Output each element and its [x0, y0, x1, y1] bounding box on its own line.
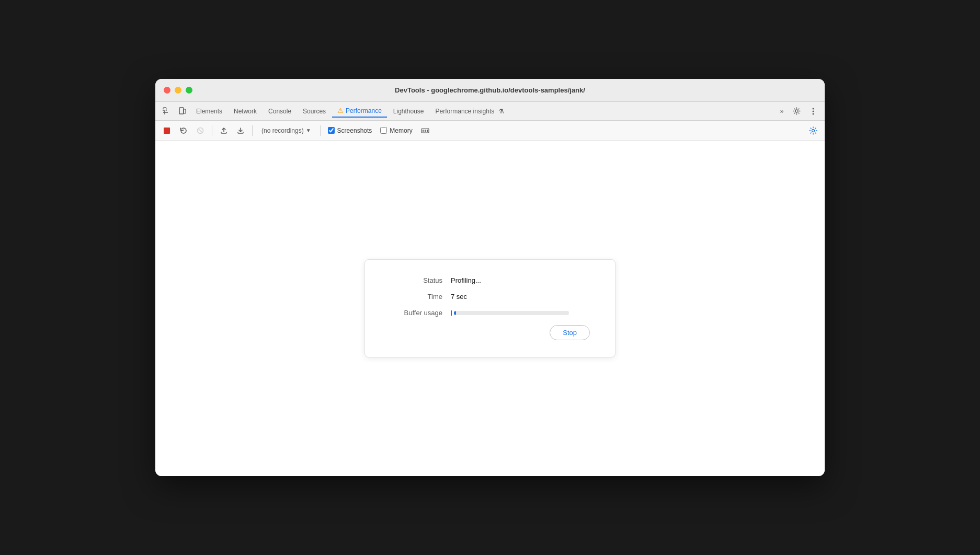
stop-button[interactable]: Stop [550, 325, 590, 340]
buffer-label: Buffer usage [390, 309, 442, 317]
svg-rect-3 [179, 108, 184, 114]
memory-checkbox-label[interactable]: Memory [377, 127, 415, 134]
recordings-dropdown[interactable]: (no recordings) ▼ [257, 125, 316, 136]
time-label: Time [390, 293, 442, 300]
tab-sources[interactable]: Sources [298, 106, 331, 117]
svg-point-7 [813, 110, 814, 112]
tab-elements[interactable]: Elements [191, 106, 227, 117]
buffer-row: Buffer usage [390, 309, 590, 317]
close-button[interactable] [164, 87, 170, 94]
devtools-tab-bar: Elements Network Console Sources ⚠ Perfo… [155, 102, 825, 121]
tab-network[interactable]: Network [229, 106, 262, 117]
tab-performance[interactable]: ⚠ Performance [332, 105, 387, 118]
maximize-button[interactable] [186, 87, 192, 94]
buffer-bar-fill [454, 311, 456, 315]
clear-recordings-button[interactable] [193, 123, 208, 138]
profiling-card: Status Profiling... Time 7 sec Buffer us… [364, 259, 616, 357]
window-controls [164, 87, 192, 94]
toolbar-separator-2 [252, 125, 253, 136]
buffer-bar [454, 311, 569, 315]
status-value: Profiling... [451, 276, 481, 284]
tab-console[interactable]: Console [263, 106, 297, 117]
screenshots-checkbox[interactable] [328, 127, 335, 134]
settings-cog-icon[interactable] [806, 123, 821, 138]
tab-performance-insights[interactable]: Performance insights ⚗ [430, 106, 509, 117]
svg-point-16 [812, 129, 815, 132]
svg-rect-9 [164, 128, 170, 134]
time-value: 7 sec [451, 293, 467, 300]
toolbar-right [806, 123, 821, 138]
flask-icon: ⚗ [498, 108, 504, 115]
performance-toolbar: (no recordings) ▼ Screenshots Memory [155, 121, 825, 141]
inspect-element-icon[interactable] [159, 104, 174, 119]
toolbar-separator-3 [320, 125, 321, 136]
svg-point-8 [813, 113, 814, 114]
memory-detail-icon[interactable] [418, 123, 432, 138]
time-row: Time 7 sec [390, 293, 590, 300]
svg-point-5 [795, 110, 798, 112]
more-tabs-button[interactable]: » [776, 104, 788, 119]
buffer-marker [451, 310, 452, 316]
download-button[interactable] [233, 123, 248, 138]
svg-point-6 [813, 108, 814, 109]
memory-checkbox[interactable] [380, 127, 387, 134]
upload-button[interactable] [216, 123, 231, 138]
warning-icon: ⚠ [337, 107, 344, 114]
chevron-down-icon: ▼ [306, 128, 311, 133]
window-title: DevTools - googlechrome.github.io/devtoo… [395, 86, 585, 94]
reload-record-button[interactable] [176, 123, 191, 138]
settings-icon[interactable] [789, 104, 804, 119]
screenshots-checkbox-label[interactable]: Screenshots [325, 127, 375, 134]
stop-row: Stop [390, 325, 590, 340]
status-row: Status Profiling... [390, 276, 590, 284]
status-label: Status [390, 276, 442, 284]
minimize-button[interactable] [175, 87, 181, 94]
tab-lighthouse[interactable]: Lighthouse [388, 106, 429, 117]
svg-rect-0 [163, 108, 166, 111]
more-options-icon[interactable] [806, 104, 821, 119]
svg-rect-15 [427, 130, 428, 132]
svg-rect-14 [425, 130, 426, 132]
device-toggle-icon[interactable] [175, 104, 190, 119]
svg-line-11 [199, 129, 202, 132]
toolbar-separator [212, 125, 212, 136]
devtools-window: DevTools - googlechrome.github.io/devtoo… [155, 79, 825, 476]
title-bar: DevTools - googlechrome.github.io/devtoo… [155, 79, 825, 102]
svg-rect-13 [423, 130, 424, 132]
main-content: Status Profiling... Time 7 sec Buffer us… [155, 141, 825, 476]
stop-recording-button[interactable] [159, 123, 174, 138]
